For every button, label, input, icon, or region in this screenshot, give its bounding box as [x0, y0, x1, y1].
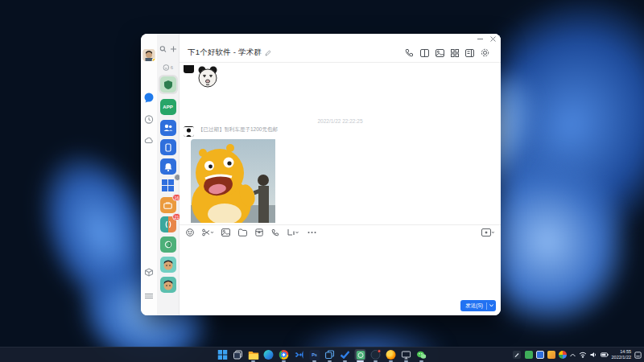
- qq-window: 6 APP 16: [141, 34, 501, 315]
- group-app-label: APP: [163, 105, 172, 109]
- wifi-icon[interactable]: [579, 352, 587, 358]
- group-app[interactable]: APP: [160, 99, 176, 115]
- chat-header: 下1个好软件 - 学术群: [180, 34, 501, 63]
- cloud-icon[interactable]: [144, 133, 154, 147]
- voice-message-icon[interactable]: [271, 228, 279, 237]
- tray-app-green-icon[interactable]: [525, 351, 533, 359]
- clock-date: 2022/1/22: [612, 355, 631, 360]
- send-options-caret[interactable]: [486, 302, 496, 310]
- send-button[interactable]: 发送(S): [460, 300, 496, 311]
- steam-icon[interactable]: [370, 349, 382, 360]
- apps-grid-icon[interactable]: [451, 49, 459, 57]
- message-row: [184, 65, 220, 91]
- chat-title: 下1个好软件 - 学术群: [188, 47, 262, 58]
- battery-icon[interactable]: [601, 352, 609, 357]
- timestamp: 2022/1/22 22:22:25: [180, 118, 501, 124]
- group-device[interactable]: [160, 139, 176, 155]
- nav-rail: [141, 34, 157, 315]
- message-row: 【已过期】智利车厘子1200元包邮: [184, 126, 278, 224]
- volume-icon[interactable]: [590, 352, 597, 358]
- user-avatar[interactable]: [143, 49, 155, 61]
- send-file-icon[interactable]: [238, 228, 247, 237]
- group-meme-1[interactable]: [160, 257, 176, 273]
- firefox-icon[interactable]: [386, 349, 397, 360]
- chrome-browser-icon[interactable]: [279, 349, 290, 360]
- remote-monitor-icon[interactable]: [401, 349, 412, 360]
- send-label: 发送(S): [460, 302, 486, 310]
- unread-status[interactable]: 6: [163, 64, 173, 71]
- mini-app-box-icon[interactable]: [145, 265, 154, 280]
- chat-title-row: 下1个好软件 - 学术群: [188, 47, 271, 58]
- start-button[interactable]: [217, 349, 229, 360]
- photoshop-label: Ps: [312, 352, 317, 357]
- vs-code-icon[interactable]: [294, 349, 305, 360]
- minimize-icon[interactable]: [477, 36, 483, 42]
- sender-avatar[interactable]: [184, 65, 194, 73]
- group-windows[interactable]: [160, 177, 176, 193]
- clock-time: 14:55: [612, 349, 631, 355]
- message-list: 2022/1/22 22:22:25 【已过期】智利车厘子1200元包邮: [180, 64, 501, 224]
- add-icon[interactable]: [170, 46, 176, 52]
- status-away-dot: [152, 58, 155, 61]
- file-explorer-icon[interactable]: [248, 349, 259, 360]
- notification-center-icon[interactable]: [634, 352, 642, 359]
- edge-browser-icon[interactable]: [263, 349, 275, 360]
- desktop: 6 APP 16: [0, 0, 644, 362]
- unread-count: 6: [171, 65, 173, 70]
- chat-pane: 下1个好软件 - 学术群: [180, 34, 501, 315]
- image-mascot[interactable]: [191, 139, 278, 224]
- group-meme-2[interactable]: [160, 277, 176, 293]
- message-input[interactable]: [180, 240, 501, 298]
- messages-tab-icon[interactable]: [144, 92, 155, 106]
- group-notify[interactable]: [160, 158, 176, 175]
- taskbar: Ps: [0, 347, 644, 362]
- image-icon[interactable]: [436, 49, 444, 57]
- format-bracket-icon[interactable]: [287, 228, 299, 236]
- group-shield[interactable]: [160, 76, 176, 93]
- steam-notification-dot: [378, 349, 382, 353]
- send-image-icon[interactable]: [221, 228, 230, 237]
- screenshot-scissors-icon[interactable]: [202, 228, 213, 237]
- more-icon[interactable]: [308, 231, 316, 234]
- emoji-icon[interactable]: [186, 228, 194, 237]
- pen-input-icon[interactable]: [512, 350, 522, 360]
- close-icon[interactable]: [490, 36, 496, 42]
- wechat-icon[interactable]: [416, 349, 427, 360]
- photoshop-icon[interactable]: Ps: [309, 349, 320, 360]
- menu-hamburger-icon[interactable]: [145, 288, 153, 302]
- tray-app-color-icon[interactable]: [559, 351, 567, 359]
- moments-clock-icon[interactable]: [145, 113, 154, 127]
- group-green[interactable]: [160, 237, 176, 253]
- red-packet-icon[interactable]: [255, 228, 263, 237]
- group-contacts[interactable]: [160, 120, 176, 136]
- voice-call-icon[interactable]: [405, 48, 414, 57]
- split-view-icon[interactable]: [420, 49, 429, 57]
- qq-active-icon[interactable]: [355, 349, 366, 360]
- settings-gear-icon[interactable]: [481, 48, 489, 57]
- snipping-app-icon[interactable]: [324, 349, 336, 360]
- tray-chevron-up-icon[interactable]: [570, 353, 576, 357]
- search-icon[interactable]: [159, 46, 166, 52]
- side-panel-icon[interactable]: [465, 49, 474, 57]
- tray-app-blue-icon[interactable]: [536, 351, 544, 359]
- composer-toolbar: [180, 224, 501, 239]
- edit-pencil-icon[interactable]: [265, 50, 271, 56]
- sender-nickname: 【已过期】智利车厘子1200元包邮: [198, 126, 278, 137]
- chat-history-icon[interactable]: [481, 228, 494, 237]
- sender-avatar[interactable]: [184, 126, 194, 137]
- tray-app-orange-icon[interactable]: [547, 351, 555, 359]
- todo-check-icon[interactable]: [340, 349, 351, 360]
- group-work[interactable]: 16: [160, 197, 176, 213]
- task-view-button[interactable]: [233, 349, 244, 360]
- conversation-list: 6 APP 16: [157, 34, 180, 315]
- sticker-panda[interactable]: [196, 65, 220, 91]
- group-split[interactable]: 21: [160, 216, 176, 232]
- taskbar-clock[interactable]: 14:55 2022/1/22: [612, 349, 631, 360]
